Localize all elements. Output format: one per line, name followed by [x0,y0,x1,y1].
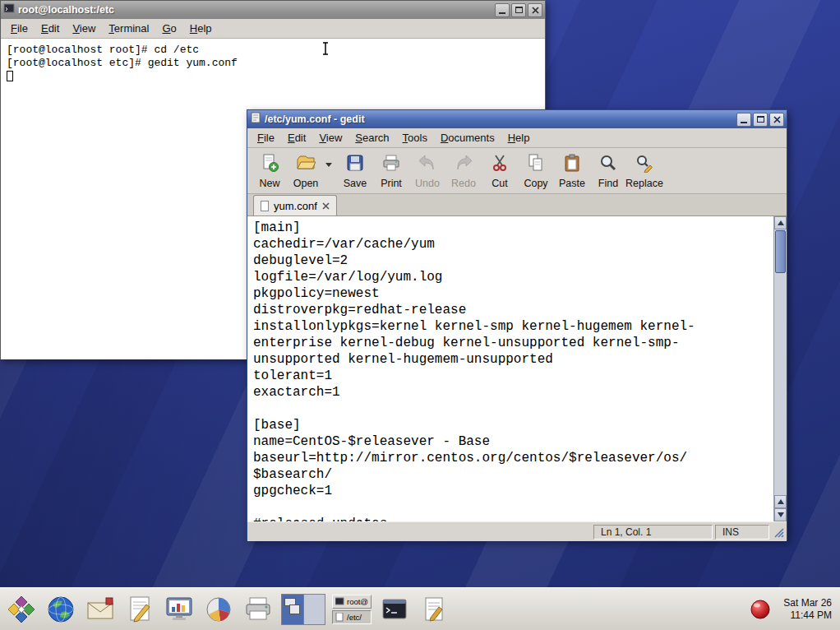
terminal-window-icon [3,2,15,17]
toolbar-find-button[interactable]: Find [591,151,625,191]
clock-date: Sat Mar 26 [783,597,832,609]
terminal-menu-view[interactable]: View [66,20,102,37]
editor-line: logfile=/var/log/yum.log [253,269,773,285]
toolbar-undo-button[interactable]: Undo [410,151,445,191]
editor-line: unsupported kernel-hugemem-unsupported [253,351,773,368]
desktop: root@localhost:/etc File Edit View Termi… [0,0,840,630]
tab-yum-conf[interactable]: yum.conf [253,195,337,215]
clock[interactable]: Sat Mar 26 11:44 PM [783,597,832,622]
terminal-menubar: File Edit View Terminal Go Help [1,19,545,39]
maximize-icon [515,7,523,13]
toolbar-new-button[interactable]: New [252,151,287,191]
cut-icon [490,153,510,176]
gedit-titlebar[interactable]: /etc/yum.conf - gedit [247,110,787,128]
terminal-minimize-button[interactable] [495,3,510,17]
editor-area[interactable]: [main] cachedir=/var/cache/yum debugleve… [247,216,787,521]
gedit-toolbar: New Open Save Print Undo Redo [247,148,787,194]
arrow-up-icon [778,220,784,225]
gedit-menu-documents[interactable]: Documents [434,129,501,146]
centos-menu-icon[interactable] [5,593,38,626]
gedit-menu-search[interactable]: Search [348,129,395,146]
terminal-titlebar[interactable]: root@localhost:/etc [1,1,545,19]
replace-icon [635,153,654,176]
gedit-menu-edit[interactable]: Edit [281,129,312,146]
editor-text[interactable]: [main] cachedir=/var/cache/yum debugleve… [247,216,773,521]
gedit-menu-help[interactable]: Help [501,129,537,146]
terminal-menu-edit[interactable]: Edit [35,20,66,37]
toolbar-label: Paste [559,178,585,189]
gedit-window-icon [250,112,261,127]
gedit-close-button[interactable] [769,113,784,127]
notes-launcher-icon[interactable] [418,593,450,626]
writer-icon[interactable] [123,593,156,626]
tab-close-icon[interactable] [322,202,330,210]
workspace-2[interactable] [304,595,325,624]
toolbar-label: Replace [625,178,663,189]
scrollbar-thumb[interactable] [775,230,786,273]
toolbar-copy-button[interactable]: Copy [519,151,553,191]
gedit-title: /etc/yum.conf - gedit [265,113,733,125]
gedit-minimize-button[interactable] [736,113,751,127]
printer-icon[interactable] [242,593,275,626]
vertical-scrollbar[interactable] [773,216,787,521]
toolbar-paste-button[interactable]: Paste [555,151,589,191]
terminal-cursor [7,71,13,81]
gedit-statusbar: Ln 1, Col. 1 INS [247,521,787,541]
web-browser-icon[interactable] [44,593,77,626]
close-icon [773,116,781,123]
task-button-label: /etc/ [347,613,362,622]
resize-grip[interactable] [772,526,784,538]
scroll-down-button[interactable] [774,508,787,521]
editor-line: #released updates [253,516,773,521]
toolbar-label: New [259,178,279,189]
workspace-switcher[interactable] [281,594,325,625]
terminal-menu-terminal[interactable]: Terminal [102,20,155,37]
gedit-menu-file[interactable]: File [251,129,281,146]
chevron-down-icon [325,163,332,167]
toolbar-replace-button[interactable]: Replace [627,151,662,191]
terminal-menu-go[interactable]: Go [155,20,182,37]
gedit-window: /etc/yum.conf - gedit File Edit View Sea… [247,109,787,540]
terminal-launcher-icon[interactable] [378,593,411,626]
editor-line: debuglevel=2 [253,252,773,269]
email-icon[interactable] [84,593,117,626]
workspace-1[interactable] [282,595,304,624]
task-button-gedit[interactable]: /etc/ [332,610,372,624]
toolbar-save-button[interactable]: Save [338,151,372,191]
alert-icon[interactable] [744,593,777,626]
task-button-terminal[interactable]: root@ [332,595,372,609]
terminal-menu-help[interactable]: Help [183,20,219,37]
gedit-menu-view[interactable]: View [312,129,348,146]
open-dropdown-button[interactable] [323,153,335,176]
toolbar-open-button[interactable]: Open [288,151,323,191]
toolbar-redo-button[interactable]: Redo [446,151,481,191]
gedit-maximize-button[interactable] [753,113,768,127]
find-icon [598,153,618,176]
gedit-tabbar: yum.conf [247,194,787,216]
toolbar-label: Redo [451,178,476,189]
document-icon [261,201,269,211]
editor-line: distroverpkg=redhat-release [253,302,773,318]
toolbar-print-button[interactable]: Print [374,151,408,191]
pie-chart-icon[interactable] [202,593,235,626]
redo-icon [454,153,473,176]
terminal-menu-file[interactable]: File [4,20,35,37]
editor-line: [main] [253,220,773,236]
taskbar: root@ /etc/ Sat Mar 26 11:44 PM [0,587,840,630]
toolbar-cut-button[interactable]: Cut [482,151,517,191]
editor-line: pkgpolicy=newest [253,285,773,302]
editor-line: cachedir=/var/cache/yum [253,236,773,252]
editor-line [253,499,773,516]
terminal-title: root@localhost:/etc [18,4,492,16]
toolbar-label: Save [344,178,367,189]
maximize-icon [757,116,764,123]
gedit-menu-tools[interactable]: Tools [396,129,434,146]
impress-icon[interactable] [163,593,196,626]
terminal-maximize-button[interactable] [511,3,526,17]
terminal-close-button[interactable] [528,3,542,17]
gedit-menubar: File Edit View Search Tools Documents He… [247,128,787,148]
task-button-label: root@ [347,597,368,606]
editor-line: [base] [253,417,773,433]
scroll-up-button-bottom[interactable] [774,495,787,508]
scroll-up-button[interactable] [774,216,787,229]
